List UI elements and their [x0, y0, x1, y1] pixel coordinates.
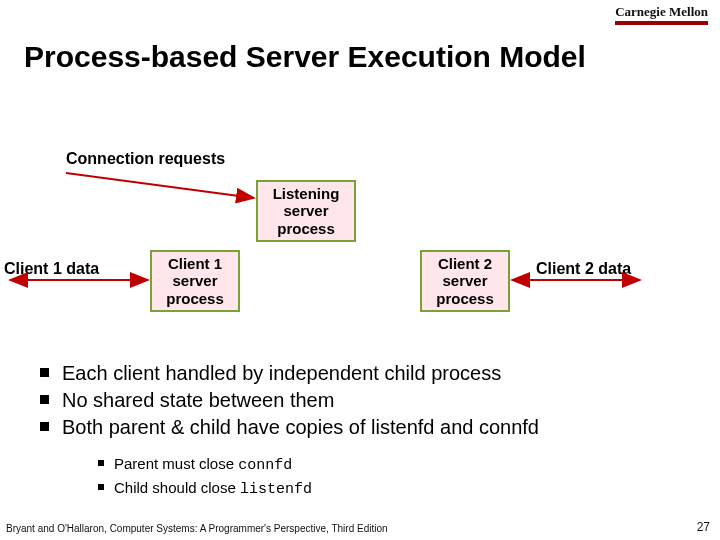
bullet-item: Each client handled by independent child…	[40, 360, 680, 387]
svg-line-0	[66, 173, 254, 198]
client1-server-box: Client 1 server process	[150, 250, 240, 312]
client1-server-label: Client 1 server process	[166, 255, 224, 307]
diagram-arrows	[0, 150, 720, 340]
diagram: Connection requests Listening server pro…	[0, 150, 720, 340]
bullet-text: Child should close	[114, 479, 240, 496]
bullet-item: Child should close listenfd	[98, 477, 680, 501]
brand-label: Carnegie Mellon	[615, 4, 708, 25]
connection-requests-label: Connection requests	[66, 150, 225, 168]
bullets: Each client handled by independent child…	[40, 360, 680, 501]
client2-server-box: Client 2 server process	[420, 250, 510, 312]
slide-title: Process-based Server Execution Model	[24, 40, 586, 74]
code-connfd: connfd	[238, 457, 292, 474]
bullet-item: No shared state between them	[40, 387, 680, 414]
page-number: 27	[697, 520, 710, 534]
bullet-item: Parent must close connfd	[98, 453, 680, 477]
bullet-list-secondary: Parent must close connfd Child should cl…	[98, 453, 680, 501]
client1-data-label: Client 1 data	[4, 260, 99, 278]
client2-data-label: Client 2 data	[536, 260, 631, 278]
bullet-text: Parent must close	[114, 455, 238, 472]
listening-server-box: Listening server process	[256, 180, 356, 242]
bullet-list-primary: Each client handled by independent child…	[40, 360, 680, 441]
listening-server-label: Listening server process	[273, 185, 340, 237]
code-listenfd: listenfd	[240, 481, 312, 498]
footer-citation: Bryant and O'Hallaron, Computer Systems:…	[6, 523, 388, 534]
bullet-item: Both parent & child have copies of liste…	[40, 414, 680, 441]
client2-server-label: Client 2 server process	[436, 255, 494, 307]
